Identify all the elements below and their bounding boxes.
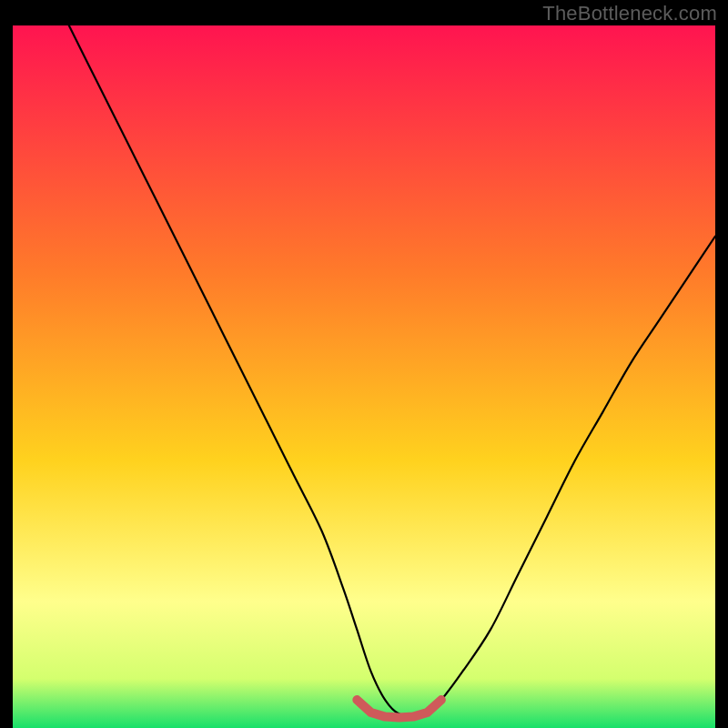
bottleneck-curve-chart [13, 25, 715, 728]
chart-frame [13, 25, 715, 728]
watermark-text: TheBottleneck.com [542, 2, 717, 25]
gradient-background [13, 25, 715, 728]
